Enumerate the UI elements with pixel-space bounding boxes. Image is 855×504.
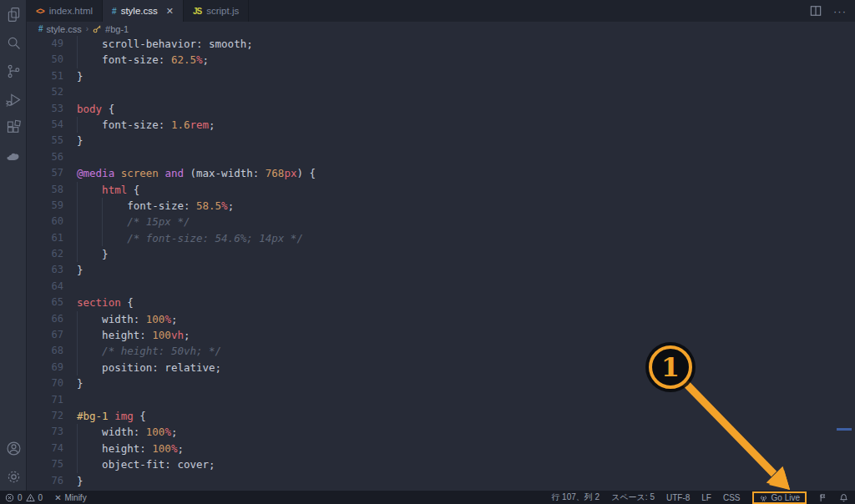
status-bar-right: 行 107、列 2スペース: 5UTF-8LFCSSGo Live [551, 491, 848, 504]
line-number[interactable]: 55 [27, 133, 63, 149]
line-number[interactable]: 60 [27, 214, 63, 229]
code-line[interactable]: 58 html { [27, 182, 855, 198]
line-number[interactable]: 68 [27, 343, 63, 359]
code-line[interactable]: 69 position: relative; [27, 360, 855, 375]
line-number[interactable]: 66 [27, 311, 63, 327]
code-line[interactable]: 74 height: 100%; [27, 441, 855, 456]
close-tab-icon[interactable]: ✕ [166, 6, 174, 17]
docker-icon[interactable] [0, 142, 27, 170]
status-indentation[interactable]: スペース: 5 [611, 491, 655, 503]
code-line[interactable]: 71 [27, 392, 855, 408]
line-number[interactable]: 59 [27, 198, 63, 214]
line-number[interactable]: 61 [27, 230, 63, 246]
status-go-live[interactable]: Go Live [752, 491, 807, 504]
status-language-mode[interactable]: CSS [723, 493, 741, 502]
indent-guide [102, 230, 103, 246]
line-number[interactable]: 58 [27, 182, 63, 198]
code-line[interactable]: 76} [27, 473, 855, 489]
code-line[interactable]: 52 [27, 84, 855, 100]
line-number[interactable]: 77 [27, 489, 63, 491]
code-line[interactable]: 54 font-size: 1.6rem; [27, 117, 855, 133]
line-number[interactable]: 69 [27, 360, 63, 375]
tab-label: index.html [49, 6, 93, 16]
code-text: object-fit: cover; [77, 456, 215, 472]
breadcrumb-symbol[interactable]: #bg-1 [93, 24, 129, 34]
line-number[interactable]: 70 [27, 375, 63, 391]
source-control-icon[interactable] [0, 57, 27, 85]
code-line[interactable]: 59 font-size: 58.5%; [27, 198, 855, 214]
status-problems[interactable]: 00 [5, 493, 43, 502]
line-number[interactable]: 64 [27, 279, 63, 295]
line-number[interactable]: 75 [27, 456, 63, 472]
line-number[interactable]: 51 [27, 68, 63, 84]
status-notifications[interactable] [839, 493, 848, 502]
tab-script.js[interactable]: JSscript.js [184, 0, 249, 22]
account-icon[interactable] [0, 434, 27, 462]
tab-bar: <>index.html#style.css✕JSscript.js ··· [27, 0, 855, 22]
code-line[interactable]: 67 height: 100vh; [27, 327, 855, 343]
line-number[interactable]: 62 [27, 246, 63, 262]
line-number[interactable]: 72 [27, 408, 63, 424]
line-number[interactable]: 50 [27, 52, 63, 68]
code-line[interactable]: 56 [27, 149, 855, 165]
tab-style.css[interactable]: #style.css✕ [103, 0, 184, 22]
line-number[interactable]: 74 [27, 441, 63, 456]
status-eol[interactable]: LF [701, 493, 711, 502]
line-number[interactable]: 63 [27, 262, 63, 278]
breadcrumb-file[interactable]: # style.css [38, 24, 82, 34]
code-line[interactable]: 51} [27, 68, 855, 84]
line-number[interactable]: 53 [27, 101, 63, 117]
css-rule-symbol-icon [93, 24, 102, 33]
line-number[interactable]: 73 [27, 424, 63, 440]
indent-guide [77, 360, 78, 375]
code-line[interactable]: 77 [27, 489, 855, 491]
status-cursor-position[interactable]: 行 107、列 2 [551, 491, 600, 503]
code-editor[interactable]: 49 scroll-behavior: smooth;50 font-size:… [27, 36, 855, 491]
settings-gear-icon[interactable] [0, 462, 27, 491]
code-line[interactable]: 64 [27, 279, 855, 295]
code-line[interactable]: 53body { [27, 101, 855, 117]
run-debug-icon[interactable] [0, 85, 27, 113]
code-line[interactable]: 70} [27, 375, 855, 391]
code-line[interactable]: 57@media screen and (max-width: 768px) { [27, 165, 855, 181]
line-number[interactable]: 57 [27, 165, 63, 181]
code-line[interactable]: 62 } [27, 246, 855, 262]
code-line[interactable]: 66 width: 100%; [27, 311, 855, 327]
css-file-icon: # [38, 24, 43, 33]
code-line[interactable]: 73 width: 100%; [27, 424, 855, 440]
activity-bar-top [0, 0, 26, 170]
code-line[interactable]: 55} [27, 133, 855, 149]
code-text: html { [77, 182, 139, 198]
status-bar-left: 00✕Minify [5, 491, 87, 504]
line-number[interactable]: 49 [27, 36, 63, 52]
split-editor-icon[interactable] [810, 5, 822, 17]
line-number[interactable]: 56 [27, 149, 63, 165]
status-minify[interactable]: ✕Minify [54, 493, 87, 502]
extensions-icon[interactable] [0, 113, 27, 142]
status-feedback[interactable] [818, 493, 827, 502]
code-line[interactable]: 60 /* 15px */ [27, 214, 855, 229]
line-number[interactable]: 52 [27, 84, 63, 100]
code-line[interactable]: 65section { [27, 295, 855, 310]
code-line[interactable]: 63} [27, 262, 855, 278]
code-line[interactable]: 72#bg-1 img { [27, 408, 855, 424]
line-number[interactable]: 71 [27, 392, 63, 408]
code-line[interactable]: 75 object-fit: cover; [27, 456, 855, 472]
code-line[interactable]: 61 /* font-size: 54.6%; 14px */ [27, 230, 855, 246]
indent-guide [77, 311, 78, 327]
code-text: @media screen and (max-width: 768px) { [77, 165, 316, 181]
code-line[interactable]: 49 scroll-behavior: smooth; [27, 36, 855, 52]
status-bar: 00✕Minify 行 107、列 2スペース: 5UTF-8LFCSSGo L… [0, 491, 855, 504]
line-number[interactable]: 76 [27, 473, 63, 489]
more-actions-icon[interactable]: ··· [833, 5, 847, 18]
status-encoding[interactable]: UTF-8 [666, 493, 690, 502]
line-number[interactable]: 54 [27, 117, 63, 133]
explorer-icon[interactable] [0, 0, 27, 28]
broadcast-icon [759, 493, 768, 502]
code-line[interactable]: 68 /* height: 50vh; */ [27, 343, 855, 359]
search-icon[interactable] [0, 28, 27, 57]
code-line[interactable]: 50 font-size: 62.5%; [27, 52, 855, 68]
line-number[interactable]: 67 [27, 327, 63, 343]
tab-index.html[interactable]: <>index.html [27, 0, 103, 22]
line-number[interactable]: 65 [27, 295, 63, 310]
